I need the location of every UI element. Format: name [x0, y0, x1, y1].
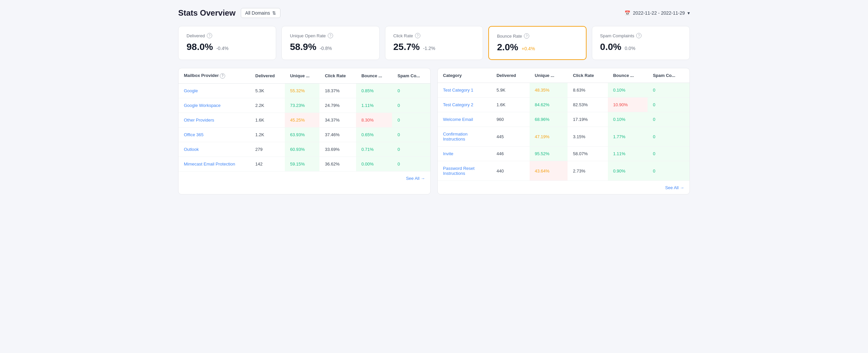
- category-link-password-reset[interactable]: Password ResetInstructions: [443, 166, 475, 176]
- delivered-cell: 279: [250, 142, 285, 157]
- category-see-all-link[interactable]: See All →: [665, 185, 684, 190]
- spam-cell: 0: [648, 98, 689, 112]
- click-rate-cell: 34.37%: [319, 113, 356, 127]
- table-row: Google 5.3K 55.32% 18.37% 0.85% 0: [179, 83, 430, 98]
- unique-open-cell: 59.15%: [285, 157, 319, 171]
- delivered-cell: 2.2K: [250, 98, 285, 113]
- page-container: Stats Overview All Domains ⇅ 📅 2022-11-2…: [167, 0, 701, 202]
- delivered-cell: 142: [250, 157, 285, 171]
- spam-cell: 0: [392, 127, 430, 142]
- mailbox-table-header: Mailbox Provider ? Delivered Unique ... …: [179, 68, 430, 83]
- provider-link-google-workspace[interactable]: Google Workspace: [184, 103, 220, 108]
- stat-label-spam: Spam Complaints ?: [600, 33, 681, 38]
- category-link-invite[interactable]: Invite: [443, 151, 453, 156]
- spam-cell: 0: [392, 98, 430, 113]
- info-icon-delivered[interactable]: ?: [207, 33, 212, 38]
- click-rate-cell: 18.37%: [319, 83, 356, 98]
- unique-open-cell: 84.62%: [530, 98, 568, 112]
- bounce-cell: 1.11%: [356, 98, 392, 113]
- stat-delta-bounce-rate: +0.4%: [522, 46, 535, 51]
- delivered-cell: 446: [491, 147, 530, 161]
- category-link-welcome[interactable]: Welcome Email: [443, 117, 473, 122]
- col-delivered: Delivered: [491, 68, 530, 83]
- stat-delta-spam: 0.0%: [624, 45, 635, 51]
- category-link-test1[interactable]: Test Category 1: [443, 88, 473, 93]
- info-icon-click-rate[interactable]: ?: [415, 33, 420, 38]
- provider-link-outlook[interactable]: Outlook: [184, 147, 199, 152]
- bounce-cell: 10.90%: [608, 98, 648, 112]
- stat-value-row-delivered: 98.0% -0.4%: [187, 42, 268, 52]
- col-unique-open: Unique ...: [530, 68, 568, 83]
- stat-card-unique-open: Unique Open Rate ? 58.9% -0.8%: [281, 26, 379, 60]
- provider-link-google[interactable]: Google: [184, 88, 198, 93]
- info-icon-bounce-rate[interactable]: ?: [524, 33, 529, 39]
- table-row: Password ResetInstructions 440 43.64% 2.…: [438, 161, 689, 181]
- spam-cell: 0: [648, 147, 689, 161]
- delivered-cell: 5.3K: [250, 83, 285, 98]
- provider-cell: Other Providers: [179, 113, 250, 127]
- spam-cell: 0: [392, 113, 430, 127]
- click-rate-cell: 36.62%: [319, 157, 356, 171]
- bounce-cell: 1.11%: [608, 147, 648, 161]
- date-range-label: 2022-11-22 - 2022-11-29: [633, 10, 685, 15]
- info-icon-spam[interactable]: ?: [636, 33, 642, 38]
- info-icon-unique-open[interactable]: ?: [328, 33, 333, 38]
- stat-value-row-spam: 0.0% 0.0%: [600, 42, 681, 52]
- spam-cell: 0: [648, 161, 689, 181]
- bounce-cell: 1.77%: [608, 127, 648, 147]
- mailbox-see-all-link[interactable]: See All →: [406, 176, 425, 181]
- category-cell: Test Category 1: [438, 83, 491, 98]
- stat-delta-click-rate: -1.2%: [423, 45, 435, 51]
- stat-value-delivered: 98.0%: [187, 42, 213, 52]
- spam-cell: 0: [648, 83, 689, 98]
- click-rate-cell: 82.53%: [567, 98, 608, 112]
- bounce-cell: 0.90%: [608, 161, 648, 181]
- col-delivered: Delivered: [250, 68, 285, 83]
- calendar-icon: 📅: [624, 10, 630, 15]
- stat-label-click-rate: Click Rate ?: [393, 33, 475, 38]
- click-rate-cell: 37.46%: [319, 127, 356, 142]
- date-range-picker[interactable]: 📅 2022-11-22 - 2022-11-29 ▾: [624, 10, 690, 15]
- table-row: Office 365 1.2K 63.93% 37.46% 0.65% 0: [179, 127, 430, 142]
- unique-open-cell: 45.25%: [285, 113, 319, 127]
- tables-section: Mailbox Provider ? Delivered Unique ... …: [178, 68, 690, 194]
- domain-select-icon: ⇅: [272, 10, 276, 15]
- page-header: Stats Overview All Domains ⇅ 📅 2022-11-2…: [178, 8, 690, 18]
- unique-open-cell: 68.96%: [530, 112, 568, 127]
- stat-delta-unique-open: -0.8%: [320, 45, 332, 51]
- stat-delta-delivered: -0.4%: [216, 45, 228, 51]
- stat-label-bounce-rate: Bounce Rate ?: [497, 33, 578, 39]
- info-icon-mailbox[interactable]: ?: [220, 73, 225, 78]
- table-row: Outlook 279 60.93% 33.69% 0.71% 0: [179, 142, 430, 157]
- col-spam: Spam Co...: [392, 68, 430, 83]
- domain-select[interactable]: All Domains ⇅: [241, 8, 280, 18]
- bounce-cell: 0.85%: [356, 83, 392, 98]
- col-unique-open: Unique ...: [285, 68, 319, 83]
- unique-open-cell: 73.23%: [285, 98, 319, 113]
- stat-value-row-unique-open: 58.9% -0.8%: [290, 42, 371, 52]
- table-row: Invite 446 95.52% 58.07% 1.11% 0: [438, 147, 689, 161]
- col-category: Category: [438, 68, 491, 83]
- provider-cell: Office 365: [179, 127, 250, 142]
- bounce-cell: 0.65%: [356, 127, 392, 142]
- spam-cell: 0: [392, 142, 430, 157]
- category-see-all-row: See All →: [438, 181, 689, 194]
- click-rate-cell: 8.63%: [567, 83, 608, 98]
- category-link-test2[interactable]: Test Category 2: [443, 102, 473, 107]
- provider-link-mimecast[interactable]: Mimecast Email Protection: [184, 162, 235, 166]
- stat-card-bounce-rate: Bounce Rate ? 2.0% +0.4%: [488, 26, 586, 60]
- table-row: Mimecast Email Protection 142 59.15% 36.…: [179, 157, 430, 171]
- bounce-cell: 0.10%: [608, 112, 648, 127]
- delivered-cell: 960: [491, 112, 530, 127]
- spam-cell: 0: [392, 157, 430, 171]
- bounce-cell: 0.00%: [356, 157, 392, 171]
- delivered-cell: 5.9K: [491, 83, 530, 98]
- category-table-card: Category Delivered Unique ... Click Rate…: [437, 68, 690, 194]
- unique-open-cell: 43.64%: [530, 161, 568, 181]
- provider-link-other[interactable]: Other Providers: [184, 118, 214, 123]
- provider-link-office365[interactable]: Office 365: [184, 132, 204, 137]
- stat-value-row-click-rate: 25.7% -1.2%: [393, 42, 475, 52]
- category-link-confirmation[interactable]: ConfirmationInstructions: [443, 132, 468, 141]
- provider-cell: Google Workspace: [179, 98, 250, 113]
- category-table-header: Category Delivered Unique ... Click Rate…: [438, 68, 689, 83]
